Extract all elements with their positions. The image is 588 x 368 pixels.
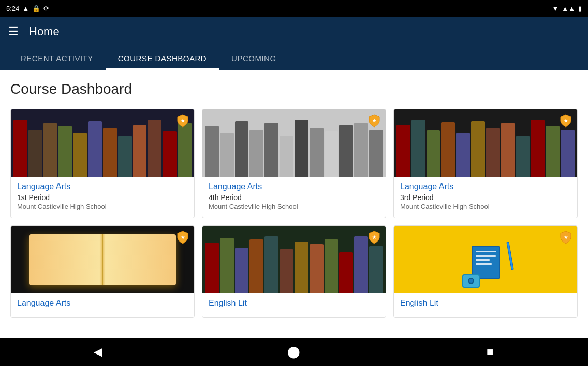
badge-icon-2: ★ <box>367 114 381 128</box>
card-info-1: Language Arts 1st Period Mount Castlevil… <box>11 177 194 218</box>
menu-button[interactable]: ☰ <box>8 25 19 38</box>
card-image-6: ★ <box>394 226 577 293</box>
badge-icon-6: ★ <box>558 230 573 245</box>
course-period-3: 3rd Period <box>400 193 571 202</box>
course-school-1: Mount Castleville High School <box>17 203 188 210</box>
svg-text:★: ★ <box>372 235 377 240</box>
course-school-3: Mount Castleville High School <box>400 203 571 210</box>
card-info-5: English Lit <box>202 293 386 317</box>
card-info-6: English Lit <box>394 293 577 317</box>
battery-icon: ▮ <box>578 5 582 12</box>
course-period-1: 1st Period <box>17 193 188 202</box>
status-icon-a: ▲ <box>22 5 29 12</box>
svg-text:★: ★ <box>181 118 185 123</box>
content-area: Course Dashboard <box>0 70 588 338</box>
top-bar: ☰ Home <box>0 17 588 47</box>
course-name-2: Language Arts <box>209 182 379 191</box>
back-button[interactable]: ◀ <box>82 342 113 362</box>
course-name-3: Language Arts <box>400 182 571 191</box>
eng-lit-visual <box>394 226 577 293</box>
card-image-4: ★ <box>11 226 194 293</box>
card-info-4: Language Arts <box>11 293 194 317</box>
app-title: Home <box>29 25 60 38</box>
badge-icon-3: ★ <box>558 114 573 128</box>
course-card-lang-arts-1[interactable]: ★ Language Arts 1st Period Mount Castlev… <box>10 109 195 218</box>
card-image-2: ★ <box>202 109 386 177</box>
status-right: ▼ ▲▲ ▮ <box>552 5 582 12</box>
tab-recent-activity[interactable]: RECENT ACTIVITY <box>8 47 106 70</box>
course-card-lang-arts-4[interactable]: ★ Language Arts 4th Period Mount Castlev… <box>202 109 386 218</box>
badge-icon-4: ★ <box>175 230 190 245</box>
card-info-3: Language Arts 3rd Period Mount Castlevil… <box>394 177 577 218</box>
recents-button[interactable]: ■ <box>475 342 506 362</box>
home-button[interactable]: ⬤ <box>278 342 310 362</box>
course-name-6: English Lit <box>400 299 571 308</box>
course-period-2: 4th Period <box>209 193 379 202</box>
svg-text:★: ★ <box>372 118 377 123</box>
status-icon-c: ⟳ <box>43 5 49 12</box>
course-name-1: Language Arts <box>17 182 188 191</box>
open-book-visual <box>11 226 194 293</box>
card-image-1: ★ <box>11 109 194 177</box>
status-icon-b: 🔒 <box>32 5 40 12</box>
wifi-icon: ▼ <box>552 5 558 12</box>
course-card-lang-arts-3[interactable]: ★ Language Arts 3rd Period Mount Castlev… <box>393 109 578 218</box>
badge-icon-1: ★ <box>175 114 190 128</box>
signal-icon: ▲▲ <box>562 5 575 12</box>
status-left: 5:24 ▲ 🔒 ⟳ <box>6 5 49 12</box>
course-name-5: English Lit <box>209 299 379 308</box>
status-bar: 5:24 ▲ 🔒 ⟳ ▼ ▲▲ ▮ <box>0 0 588 17</box>
course-school-2: Mount Castleville High School <box>209 203 379 210</box>
tab-course-dashboard[interactable]: COURSE DASHBOARD <box>106 47 219 70</box>
course-card-eng-lit-5[interactable]: ★ English Lit <box>202 225 386 318</box>
status-time: 5:24 <box>6 5 19 12</box>
badge-icon-5: ★ <box>367 230 381 245</box>
page-title: Course Dashboard <box>10 81 578 97</box>
tab-upcoming[interactable]: UPCOMING <box>219 47 289 70</box>
open-book-inner <box>29 234 175 285</box>
svg-text:★: ★ <box>181 235 185 240</box>
course-grid: ★ Language Arts 1st Period Mount Castlev… <box>10 109 578 318</box>
course-card-lang-arts-2nd[interactable]: ★ Language Arts <box>10 225 195 318</box>
svg-text:★: ★ <box>564 235 568 240</box>
card-image-5: ★ <box>202 226 386 293</box>
svg-text:★: ★ <box>564 118 568 123</box>
card-image-3: ★ <box>394 109 577 177</box>
course-card-eng-lit-6[interactable]: ★ English Lit <box>393 225 578 318</box>
bottom-nav: ◀ ⬤ ■ <box>0 338 588 366</box>
course-name-4: Language Arts <box>17 299 188 308</box>
card-info-2: Language Arts 4th Period Mount Castlevil… <box>202 177 386 218</box>
tab-bar: RECENT ACTIVITY COURSE DASHBOARD UPCOMIN… <box>0 47 588 70</box>
